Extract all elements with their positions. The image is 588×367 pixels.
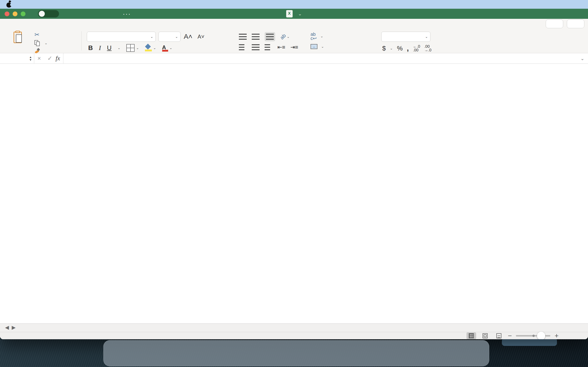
wrap-text-button[interactable]: abc↩⌄ — [311, 32, 323, 40]
formula-bar-collapse-icon[interactable]: ⌄ — [580, 56, 584, 61]
menu-bar — [0, 0, 588, 9]
search-icon[interactable] — [560, 10, 567, 18]
excel-doc-icon — [286, 10, 293, 17]
currency-icon[interactable]: $ — [382, 45, 386, 52]
cut-button[interactable]: ✂ — [35, 31, 48, 38]
desktop: ··· ⌄ — [0, 0, 588, 367]
dock — [103, 340, 489, 366]
autosave-toggle[interactable] — [38, 10, 59, 17]
home-icon[interactable] — [63, 10, 71, 18]
number-format-select[interactable]: ⌄ — [381, 32, 431, 42]
format-painter-button[interactable] — [35, 48, 48, 53]
font-size-select[interactable]: ⌄ — [158, 32, 181, 42]
align-right-icon[interactable] — [265, 44, 272, 50]
decrease-indent-icon[interactable]: ⇤≡ — [277, 44, 285, 50]
status-bar: − + — [0, 332, 588, 339]
zoom-out-icon[interactable]: − — [508, 332, 512, 340]
decrease-font-icon[interactable]: A˅ — [198, 33, 204, 40]
zoom-slider[interactable] — [516, 335, 550, 336]
orientation-button[interactable]: ab⌄ — [280, 34, 290, 40]
ribbon-tab-bar — [0, 19, 588, 29]
share-icon — [550, 21, 556, 27]
merge-center-button[interactable]: ↔⌄ — [311, 44, 324, 49]
italic-button[interactable]: I — [99, 44, 101, 52]
align-top-icon[interactable] — [239, 34, 247, 40]
sheet-grid[interactable] — [0, 64, 588, 323]
formula-bar: ▲▼ × ✓ fx ⌄ — [0, 53, 588, 64]
name-box-spinner[interactable]: ▲▼ — [27, 53, 34, 64]
function-icon[interactable]: fx — [56, 55, 60, 62]
paste-button[interactable] — [5, 31, 30, 44]
save-as-icon[interactable] — [87, 10, 95, 18]
align-center-icon[interactable] — [252, 44, 259, 50]
cancel-icon[interactable]: × — [37, 55, 41, 62]
increase-font-icon[interactable]: A˄ — [184, 33, 192, 40]
title-bar[interactable]: ··· ⌄ — [0, 9, 588, 19]
excel-window: ··· ⌄ — [0, 9, 588, 339]
sheet-prev-icon[interactable]: ◀ — [5, 325, 9, 331]
page-layout-view-icon[interactable] — [480, 332, 490, 339]
tell-me[interactable] — [6, 21, 14, 27]
close-button[interactable] — [5, 11, 9, 16]
align-bottom-icon[interactable] — [265, 32, 275, 41]
page-break-view-icon[interactable] — [494, 332, 504, 339]
sheet-next-icon[interactable]: ▶ — [12, 325, 16, 331]
decrease-decimal-icon[interactable]: .00→.0 — [424, 45, 431, 52]
minimize-button[interactable] — [13, 11, 17, 16]
align-left-icon[interactable] — [239, 44, 247, 50]
autosave-control[interactable] — [35, 10, 59, 17]
ribbon: ✂ ⌄ ⌄ ⌄ A˄ A˅ B I U⌄ ⌄ — [0, 29, 588, 53]
title-chevron-icon[interactable]: ⌄ — [298, 11, 302, 17]
normal-view-icon[interactable] — [467, 332, 476, 339]
comments-button[interactable] — [567, 19, 584, 28]
fill-color-button[interactable]: ⌄ — [145, 44, 156, 51]
save-icon[interactable] — [75, 10, 83, 18]
zoom-slider-knob[interactable] — [537, 332, 545, 340]
feedback-smiley-icon[interactable] — [576, 10, 584, 18]
align-middle-icon[interactable] — [252, 34, 259, 40]
sheet-tab-bar: ◀ ▶ — [0, 323, 588, 332]
font-name-select[interactable]: ⌄ — [87, 32, 156, 42]
apple-menu-icon[interactable] — [6, 1, 12, 8]
redo-icon[interactable] — [111, 10, 119, 18]
underline-button[interactable]: U — [107, 44, 112, 52]
percent-icon[interactable]: % — [397, 45, 403, 52]
zoom-button[interactable] — [21, 11, 26, 16]
share-button[interactable] — [546, 19, 563, 28]
font-color-button[interactable]: A⌄ — [162, 44, 173, 52]
background-window-peek — [502, 338, 557, 346]
zoom-in-icon[interactable]: + — [554, 332, 559, 340]
enter-icon[interactable]: ✓ — [47, 55, 52, 62]
copy-button[interactable]: ⌄ — [35, 40, 48, 46]
name-box[interactable] — [0, 53, 27, 64]
borders-button[interactable]: ⌄ — [126, 44, 139, 52]
bold-button[interactable]: B — [88, 44, 93, 52]
comma-icon[interactable]: , — [407, 44, 409, 52]
comments-icon — [571, 21, 578, 27]
autosave-knob — [39, 11, 45, 17]
undo-icon[interactable] — [99, 10, 107, 18]
lightbulb-icon — [6, 21, 12, 27]
increase-decimal-icon[interactable]: ←.0.00 — [413, 45, 420, 52]
more-toolbar-icon[interactable]: ··· — [123, 10, 131, 18]
increase-indent-icon[interactable]: ⇥≡ — [290, 44, 298, 50]
